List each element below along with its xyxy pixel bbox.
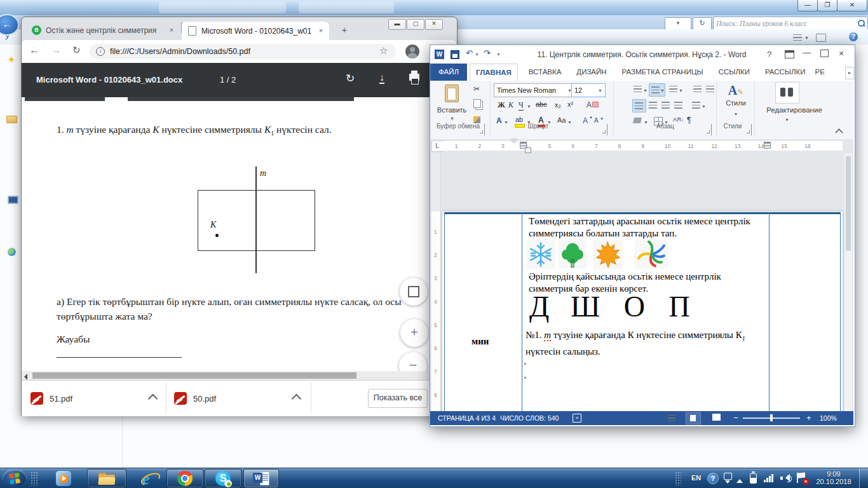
page-info-icon[interactable]: i <box>96 47 105 56</box>
address-bar[interactable]: i file:///C:/Users/Admin/Downloads/50.pd… <box>90 44 396 59</box>
word-minimize-button[interactable]: — <box>803 48 811 57</box>
text-effects-button[interactable]: А <box>496 116 502 125</box>
taskbar-skype-button[interactable]: S <box>205 469 241 488</box>
sort-button[interactable]: АЯ↓ <box>673 116 684 123</box>
editing-caret[interactable]: ▼ <box>785 118 789 122</box>
find-button[interactable] <box>775 82 799 104</box>
help-icon[interactable]: ? <box>849 32 858 41</box>
show-all-downloads-button[interactable]: Показать все <box>368 389 428 408</box>
tab-design[interactable]: ДИЗАЙН <box>571 64 612 81</box>
tray-window-icon[interactable] <box>724 473 732 480</box>
align-left-button-selected[interactable] <box>632 99 646 112</box>
download-item-51[interactable]: 51.pdf <box>31 386 165 411</box>
back-icon[interactable]: ← <box>29 44 39 56</box>
cut-icon[interactable]: ✂ <box>473 85 480 93</box>
underline-caret[interactable]: ▼ <box>527 104 531 109</box>
tab-symmetry-page[interactable]: B Остік және центрлік симметрия × <box>26 21 180 39</box>
word-help-icon[interactable]: ? <box>767 50 771 59</box>
tab-references[interactable]: ССЫЛКИ <box>713 64 756 81</box>
tab-stop-selector[interactable]: L <box>431 140 443 152</box>
multilevel-caret[interactable]: ▼ <box>679 88 683 93</box>
tab-file[interactable]: ФАЙЛ <box>430 64 467 81</box>
status-word-count[interactable]: ЧИСЛО СЛОВ: 540 <box>500 414 559 422</box>
action-center-flag-icon[interactable]: × <box>796 473 807 484</box>
copy-icon[interactable] <box>473 99 481 108</box>
shrink-font-button[interactable]: А▼ <box>594 117 599 124</box>
speaker-icon[interactable] <box>780 474 792 482</box>
taskbar-chrome-button[interactable] <box>166 469 203 488</box>
download-item-50[interactable]: 50.pdf <box>174 386 309 411</box>
print-icon[interactable] <box>409 74 419 81</box>
tray-window-caret-icon[interactable] <box>725 480 730 486</box>
explorer-search-box[interactable]: Поиск: Планы уроков 6 класс <box>713 17 868 30</box>
search-icon[interactable] <box>858 20 865 27</box>
show-desktop-button[interactable] <box>859 468 868 488</box>
taskbar-media-player-icon[interactable] <box>55 470 72 487</box>
zoom-out-icon[interactable]: − <box>733 413 738 423</box>
grow-font-button[interactable]: А▲ <box>583 116 588 125</box>
italic-button[interactable]: К <box>508 100 513 110</box>
bookmark-star-icon[interactable]: ☆ <box>379 45 388 57</box>
explorer-minimize-button[interactable]: — <box>797 0 818 11</box>
word-vertical-scrollbar[interactable] <box>844 153 852 411</box>
download-chevron-up-icon[interactable] <box>148 393 158 403</box>
tab-page-layout[interactable]: РАЗМЕТКА СТРАНИЦЫ <box>616 64 709 81</box>
read-mode-icon[interactable] <box>668 415 675 421</box>
tab-insert[interactable]: ВСТАВКА <box>523 64 567 81</box>
download-chevron-up-icon[interactable] <box>292 393 302 403</box>
scrollbar-thumb[interactable] <box>32 372 356 379</box>
bullets-caret[interactable]: ▼ <box>643 88 648 93</box>
tab-review-clipped[interactable]: РЕ <box>815 64 829 81</box>
network-globe-icon[interactable] <box>8 248 16 256</box>
web-layout-icon[interactable] <box>712 414 721 421</box>
pdf-zoom-in-button[interactable]: + <box>400 319 428 347</box>
font-size-combobox[interactable]: 12 ▼ <box>571 83 606 97</box>
language-indicator[interactable]: EN <box>691 474 701 482</box>
proofing-error-icon[interactable]: × <box>573 414 581 423</box>
scrollbar-thumb[interactable] <box>846 156 851 251</box>
clear-formatting-button[interactable]: А <box>587 100 592 109</box>
numbering-button-selected[interactable]: ▼ <box>649 83 665 97</box>
print-layout-icon-active[interactable] <box>686 412 701 424</box>
start-button[interactable] <box>3 469 27 487</box>
address-dropdown-button[interactable]: ▼ <box>665 17 691 30</box>
profile-avatar[interactable] <box>405 44 419 58</box>
font-dialog-launcher-icon[interactable] <box>607 124 607 135</box>
explorer-close-button[interactable]: ✕ <box>837 0 867 11</box>
tray-clock[interactable]: 9:09 20.10.2018 <box>813 470 854 485</box>
tab-mailings[interactable]: РАССЫЛКИ <box>759 64 811 81</box>
change-case-caret[interactable]: ▼ <box>567 120 572 125</box>
font-name-combobox[interactable]: Times New Roman ▼ <box>494 83 575 97</box>
underline-button[interactable]: Ч <box>519 100 524 111</box>
folder-icon[interactable] <box>6 116 17 123</box>
download-icon[interactable]: ↓ <box>379 72 384 84</box>
scrollbar-left-arrow[interactable] <box>24 374 27 380</box>
paragraph-dialog-launcher-icon[interactable] <box>711 124 712 135</box>
bullets-button[interactable] <box>634 86 642 93</box>
chrome-maximize-button[interactable]: ▢ <box>407 19 424 30</box>
subscript-button[interactable]: x₂ <box>555 101 561 109</box>
view-options-icon[interactable] <box>793 34 802 41</box>
refresh-button[interactable]: ↻ <box>693 17 712 30</box>
collapse-ribbon-icon[interactable] <box>835 128 843 136</box>
increase-indent-button[interactable] <box>706 86 714 93</box>
page[interactable]: мин Төмендегі заттардың арасынан осьтік … <box>442 212 843 411</box>
horizontal-ruler[interactable]: 12345678910111213141516 <box>442 141 843 151</box>
chrome-minimize-button[interactable]: ▬ <box>388 19 406 30</box>
explorer-maximize-button[interactable]: ❐ <box>817 0 837 11</box>
text-effects-caret[interactable]: ▼ <box>504 120 508 125</box>
ribbon-display-options-icon[interactable] <box>785 50 794 58</box>
bold-button[interactable]: Ж <box>498 100 505 110</box>
favorites-star-icon[interactable]: ★ <box>8 55 15 64</box>
reload-icon[interactable]: ↻ <box>72 44 81 56</box>
view-options-caret[interactable]: ▼ <box>804 36 809 40</box>
clipboard-dialog-launcher-icon[interactable] <box>484 124 485 135</box>
styles-dialog-launcher-icon[interactable] <box>751 124 752 135</box>
computer-icon[interactable] <box>8 196 18 204</box>
tray-help-icon[interactable]: ? <box>707 473 719 484</box>
taskbar-internet-explorer-icon[interactable]: e <box>137 470 162 487</box>
tab-pdf-active[interactable]: Microsoft Word - 01020643_w01 × <box>182 22 329 40</box>
first-line-indent-marker[interactable] <box>511 139 517 143</box>
zoom-slider-thumb[interactable] <box>770 414 773 421</box>
zoom-in-icon[interactable]: + <box>806 413 811 423</box>
